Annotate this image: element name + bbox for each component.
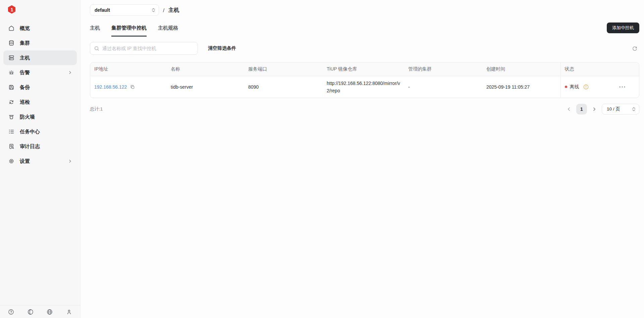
clear-filters-link[interactable]: 清空筛选条件 <box>208 45 236 51</box>
theme-icon[interactable] <box>28 309 34 315</box>
sidebar-item-clusters[interactable]: 集群 <box>3 36 77 50</box>
sidebar-item-label: 告警 <box>20 70 30 76</box>
cell-port: 8090 <box>244 76 323 98</box>
sidebar-item-hosts[interactable]: 主机 <box>3 50 77 65</box>
row-actions-button[interactable]: ··· <box>619 84 626 89</box>
sidebar-footer <box>0 305 80 318</box>
project-select-value: default <box>95 7 110 13</box>
sidebar-item-backup[interactable]: 备份 <box>3 80 77 95</box>
task-list-icon <box>8 128 15 135</box>
alarm-icon <box>8 69 15 76</box>
sidebar-menu: 概览 集群 主机 告警 备份 <box>0 21 80 305</box>
sidebar-item-inspection[interactable]: 巡检 <box>3 95 77 109</box>
sidebar-item-label: 集群 <box>20 40 30 46</box>
sidebar-item-label: 概览 <box>20 25 30 32</box>
add-control-machine-button[interactable]: 添加中控机 <box>607 22 639 33</box>
page-size-value: 10 / 页 <box>607 106 620 112</box>
status-dot-offline <box>565 86 567 88</box>
column-header-port: 服务端口 <box>244 62 323 76</box>
cell-name: tidb-server <box>167 76 244 98</box>
search-box[interactable] <box>90 42 198 55</box>
page-title: 主机 <box>168 7 179 14</box>
table-header-row: IP地址 名称 服务端口 TiUP 镜像仓库 管理的集群 创建时间 状态 <box>90 62 639 76</box>
column-header-status: 状态 <box>560 62 639 76</box>
pagination: 总计:1 1 10 / 页 <box>90 104 639 115</box>
search-icon <box>94 46 99 51</box>
select-updown-icon <box>152 8 155 12</box>
breadcrumb: default / 主机 <box>90 4 639 16</box>
control-machines-table: IP地址 名称 服务端口 TiUP 镜像仓库 管理的集群 创建时间 状态 192… <box>90 62 639 98</box>
sidebar-item-label: 备份 <box>20 84 30 91</box>
column-header-clusters: 管理的集群 <box>404 62 482 76</box>
sidebar-item-label: 任务中心 <box>20 129 40 135</box>
sidebar-item-audit-log[interactable]: 审计日志 <box>3 139 77 154</box>
sidebar-item-label: 设置 <box>20 158 30 165</box>
column-header-name: 名称 <box>167 62 244 76</box>
sidebar-item-overview[interactable]: 概览 <box>3 21 77 36</box>
sidebar: 1 概览 集群 主机 告警 <box>0 0 80 318</box>
tab-hosts[interactable]: 主机 <box>90 25 100 37</box>
sidebar-item-label: 审计日志 <box>20 143 40 150</box>
select-updown-icon <box>632 107 636 111</box>
previous-page-icon[interactable] <box>567 107 571 111</box>
database-icon <box>8 40 15 46</box>
warning-icon[interactable] <box>583 84 589 90</box>
total-count-label: 总计:1 <box>90 106 103 112</box>
backup-icon <box>8 84 15 91</box>
sidebar-item-label: 巡检 <box>20 99 30 105</box>
cell-clusters: - <box>404 76 482 98</box>
app-logo[interactable]: 1 <box>0 0 80 17</box>
copy-icon[interactable] <box>130 84 135 90</box>
sidebar-item-label: 主机 <box>20 55 30 61</box>
sidebar-item-firewall[interactable]: 防火墙 <box>3 109 77 124</box>
filter-bar: 清空筛选条件 <box>90 42 639 55</box>
tabs: 主机 集群管理中控机 主机规格 添加中控机 <box>90 25 639 37</box>
gear-icon <box>8 158 15 165</box>
audit-log-icon <box>8 143 15 150</box>
column-header-ip: IP地址 <box>90 62 167 76</box>
svg-text:1: 1 <box>10 7 13 12</box>
cell-created: 2025-09-19 11:05:27 <box>482 76 560 98</box>
sidebar-item-task-center[interactable]: 任务中心 <box>3 124 77 139</box>
sidebar-item-alerts[interactable]: 告警 <box>3 65 77 80</box>
search-input[interactable] <box>102 46 194 51</box>
firewall-icon <box>8 113 15 120</box>
tab-control-machines[interactable]: 集群管理中控机 <box>111 25 147 37</box>
table-row: 192.168.56.122 tidb-server 8090 http://1… <box>90 76 639 98</box>
sidebar-item-settings[interactable]: 设置 <box>3 154 77 169</box>
user-icon[interactable] <box>66 309 72 315</box>
tab-host-specs[interactable]: 主机规格 <box>158 25 178 37</box>
column-header-mirror: TiUP 镜像仓库 <box>323 62 404 76</box>
chevron-right-icon <box>68 71 72 75</box>
home-icon <box>8 25 15 32</box>
chevron-right-icon <box>68 159 72 163</box>
next-page-icon[interactable] <box>592 107 597 111</box>
refresh-icon[interactable] <box>632 46 637 51</box>
cell-mirror: http://192.168.56.122:8080/mirror/v2/rep… <box>323 76 404 98</box>
ip-link[interactable]: 192.168.56.122 <box>94 84 127 90</box>
inspection-icon <box>8 99 15 105</box>
column-header-created: 创建时间 <box>482 62 560 76</box>
status-label: 离线 <box>570 84 579 90</box>
page-number-button[interactable]: 1 <box>576 104 587 115</box>
page-size-select[interactable]: 10 / 页 <box>602 104 639 115</box>
help-icon[interactable] <box>8 309 14 315</box>
sidebar-item-label: 防火墙 <box>20 114 35 120</box>
tidb-logo-icon: 1 <box>7 5 16 14</box>
server-icon <box>8 54 15 61</box>
project-select[interactable]: default <box>90 4 159 16</box>
main-content: default / 主机 主机 集群管理中控机 主机规格 添加中控机 清空筛选条… <box>80 0 644 115</box>
language-icon[interactable] <box>47 309 53 315</box>
breadcrumb-separator: / <box>163 7 164 13</box>
